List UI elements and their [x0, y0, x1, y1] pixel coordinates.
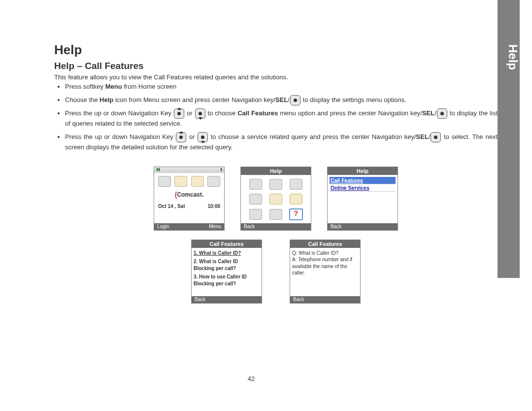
menu-icon[interactable] [249, 179, 262, 190]
home-icon [207, 176, 220, 187]
menu-icon-grid [243, 177, 309, 222]
home-icon [158, 176, 171, 187]
menu-icon[interactable] [269, 194, 282, 205]
menu-icon[interactable] [249, 194, 262, 205]
sidebar-help-tab: Help [498, 0, 520, 278]
screen-title: Call Features [290, 240, 360, 248]
help-menu-list: Call Features Online Services [330, 177, 396, 192]
home-icon-row [156, 175, 222, 188]
nav-up-icon [176, 132, 186, 142]
page-number: 42 [0, 375, 502, 382]
nav-up-icon [174, 108, 184, 119]
home-icon [191, 176, 204, 187]
menu-icon[interactable] [249, 209, 262, 220]
question-list: 1. What is Caller ID? 2. What is Caller … [194, 250, 260, 287]
nav-center-icon [437, 108, 447, 119]
list-item[interactable]: 3. How to use Caller ID Blocking per cal… [194, 274, 260, 287]
softkey-back[interactable]: Back [293, 296, 304, 303]
softkey-back[interactable]: Back [244, 223, 255, 230]
menu-icon[interactable] [290, 179, 302, 190]
screenshot-row-1: ▮▮▮ Comcast. Oct 14 , Sat 10:00 Login Me… [54, 167, 498, 231]
screen-title: Help [241, 167, 311, 175]
date-time-row: Oct 14 , Sat 10:00 [156, 204, 222, 209]
instruction-item: Press softkey Menu from Home screen [65, 82, 498, 92]
help-icon[interactable] [289, 208, 303, 220]
softkey-right[interactable]: Menu [209, 223, 221, 230]
nav-down-icon [198, 132, 208, 142]
instruction-item: Choose the Help icon from Menu screen an… [65, 95, 498, 105]
instruction-item: Press the up or down Navigation Key or t… [65, 132, 498, 153]
intro-text: This feature allows you to view the Call… [54, 73, 498, 81]
softkey-bar: Back [328, 223, 398, 230]
softkey-bar: Back [290, 296, 360, 303]
instruction-list: Press softkey Menu from Home screen Choo… [54, 82, 498, 153]
softkey-bar: Back [192, 296, 262, 303]
brand-logo: Comcast. [156, 191, 222, 199]
page-title: Help [54, 42, 498, 58]
nav-down-icon [195, 108, 205, 119]
phone-screen-menu: Help Back [240, 167, 311, 231]
screen-title: Call Features [192, 240, 262, 248]
softkey-left[interactable]: Login [157, 223, 169, 230]
menu-icon[interactable] [290, 194, 302, 205]
phone-screen-help-list: Help Call Features Online Services Back [327, 167, 398, 231]
nav-center-icon [431, 132, 441, 142]
screen-title: Help [328, 167, 398, 175]
home-icon [174, 176, 187, 187]
screenshot-row-2: Call Features 1. What is Caller ID? 2. W… [54, 240, 498, 304]
softkey-back[interactable]: Back [331, 223, 341, 230]
instruction-item: Press the up or down Navigation Key or t… [65, 108, 498, 129]
phone-screen-cf-detail: Call Features Q: What is Caller ID? A: T… [290, 240, 361, 304]
menu-icon[interactable] [269, 179, 282, 190]
softkey-back[interactable]: Back [195, 296, 205, 303]
menu-icon[interactable] [269, 209, 282, 220]
answer-text: Q: What is Caller ID? A: Telephone numbe… [292, 250, 358, 276]
nav-center-icon [290, 95, 300, 105]
list-item-online-services[interactable]: Online Services [330, 184, 396, 192]
section-title: Help – Call Features [54, 61, 498, 71]
softkey-bar: Login Menu [154, 223, 224, 230]
phone-screen-cf-list: Call Features 1. What is Caller ID? 2. W… [191, 240, 262, 304]
status-bar: ▮▮▮ [154, 167, 224, 173]
list-item[interactable]: 2. What is Caller ID Blocking per call? [194, 258, 260, 272]
softkey-bar: Back [241, 223, 311, 230]
phone-screen-home: ▮▮▮ Comcast. Oct 14 , Sat 10:00 Login Me… [154, 167, 225, 231]
page-content: Help Help – Call Features This feature a… [54, 42, 498, 304]
list-item[interactable]: 1. What is Caller ID? [194, 250, 260, 257]
list-item-call-features[interactable]: Call Features [330, 177, 396, 184]
